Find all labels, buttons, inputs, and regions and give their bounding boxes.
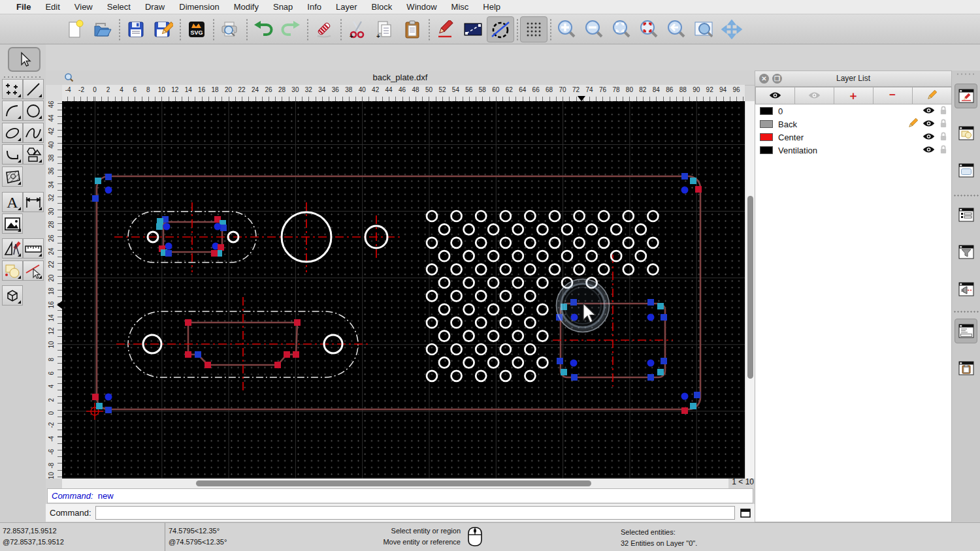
tool-line-button[interactable] <box>23 79 44 99</box>
tool-points-button[interactable] <box>2 79 23 99</box>
save-button[interactable] <box>122 16 150 42</box>
dock-clipboard-panel-button[interactable] <box>955 356 977 381</box>
tool-polygon-button[interactable] <box>23 144 44 165</box>
tool-arc-button[interactable] <box>2 101 23 121</box>
menu-snap[interactable]: Snap <box>266 0 300 14</box>
tool-polyline-button[interactable] <box>2 144 23 165</box>
layer-visible-eye-icon[interactable] <box>923 106 935 116</box>
layer-row-0[interactable]: 0 <box>755 104 951 118</box>
svg-export-button[interactable]: SVG <box>183 16 210 42</box>
dock-preview-panel-button[interactable] <box>955 158 977 183</box>
zoom-out-button[interactable] <box>581 16 608 42</box>
status-divider <box>165 523 165 551</box>
vertical-scrollbar[interactable] <box>745 101 755 479</box>
command-input[interactable] <box>95 506 735 520</box>
layer-row-ventilation[interactable]: Ventilation <box>755 144 951 157</box>
layer-edit-layer-button[interactable] <box>912 87 952 104</box>
dock-layer-list-panel-button[interactable] <box>955 202 977 227</box>
v-ruler-label: -8 <box>48 459 55 468</box>
dock-filter-panel-button[interactable] <box>955 240 977 264</box>
select-window-button[interactable] <box>459 16 487 42</box>
layer-visible-eye-icon[interactable] <box>923 146 935 155</box>
vertical-scrollbar-thumb[interactable] <box>747 196 753 379</box>
horizontal-scrollbar-thumb[interactable] <box>196 480 591 486</box>
tool-measure-button[interactable] <box>23 238 44 259</box>
tool-image-button[interactable] <box>2 213 23 234</box>
dock-block-panel-button[interactable] <box>955 121 977 146</box>
zoom-redraw-button[interactable] <box>636 16 663 42</box>
left-tool-rail: A <box>0 44 46 522</box>
tool-dimension-button[interactable] <box>23 192 44 212</box>
layer-edit-pencil-icon[interactable] <box>907 118 918 131</box>
zoom-auto-button[interactable] <box>608 16 636 42</box>
zoom-window-button[interactable] <box>691 16 718 42</box>
tool-spline-button[interactable] <box>23 123 44 143</box>
pen-button[interactable] <box>432 16 459 42</box>
menu-window[interactable]: Window <box>399 0 444 14</box>
layer-visible-eye-icon[interactable] <box>923 133 935 142</box>
undo-button[interactable] <box>250 16 277 42</box>
zoom-pan-button[interactable] <box>718 16 745 42</box>
h-ruler-label: 54 <box>452 86 459 93</box>
dock-drag-handle[interactable] <box>956 73 976 75</box>
h-ruler-cursor-marker <box>578 96 585 101</box>
layer-lock-icon[interactable] <box>939 131 947 143</box>
new-button[interactable] <box>61 16 89 42</box>
menu-view[interactable]: View <box>67 0 100 14</box>
menu-layer[interactable]: Layer <box>329 0 365 14</box>
copy-button[interactable]: + <box>371 16 399 42</box>
layer-remove-layer-button[interactable]: − <box>873 87 913 104</box>
zoom-in-button[interactable] <box>553 16 581 42</box>
menu-file[interactable]: File <box>9 0 38 14</box>
layer-visible-eye-icon[interactable] <box>923 119 935 129</box>
menu-block[interactable]: Block <box>365 0 400 14</box>
layer-add-layer-button[interactable]: ＋ <box>834 87 874 104</box>
layer-row-center[interactable]: Center <box>755 131 951 144</box>
tool-order-button[interactable] <box>2 260 23 281</box>
save-as-button[interactable] <box>150 16 177 42</box>
layer-show-all-eye-button[interactable] <box>755 87 795 104</box>
layer-hide-all-eye-button[interactable] <box>794 87 834 104</box>
layer-lock-icon[interactable] <box>939 118 947 130</box>
drawing-canvas[interactable] <box>62 101 745 479</box>
tool-cube-button[interactable] <box>2 285 23 306</box>
menu-info[interactable]: Info <box>300 0 329 14</box>
command-options-button[interactable] <box>739 507 752 519</box>
cut-button[interactable]: + <box>344 16 371 42</box>
paste-button[interactable] <box>399 16 426 42</box>
menu-edit[interactable]: Edit <box>38 0 67 14</box>
menu-help[interactable]: Help <box>476 0 508 14</box>
open-button[interactable] <box>89 16 116 42</box>
print-preview-button[interactable] <box>216 16 244 42</box>
command-prompt-row: Command: <box>46 504 755 522</box>
layer-lock-icon[interactable] <box>939 105 947 117</box>
tool-select-button[interactable] <box>23 260 44 281</box>
tool-modify-button[interactable] <box>2 238 23 259</box>
panel-float-icon[interactable]: ❐ <box>772 74 782 84</box>
tool-text-button[interactable]: A <box>2 192 23 212</box>
panel-close-icon[interactable]: ✕ <box>759 74 769 84</box>
tool-circle-button[interactable] <box>23 101 44 121</box>
v-ruler-label: 22 <box>48 259 55 268</box>
zoom-previous-button[interactable] <box>663 16 691 42</box>
dock-explode-panel-button[interactable] <box>955 277 977 302</box>
menu-modify[interactable]: Modify <box>227 0 266 14</box>
layer-lock-icon[interactable] <box>939 144 947 156</box>
horizontal-scrollbar[interactable] <box>62 479 728 488</box>
tool-hatch-button[interactable] <box>2 166 23 187</box>
menu-dimension[interactable]: Dimension <box>172 0 226 14</box>
menu-draw[interactable]: Draw <box>138 0 172 14</box>
menu-select[interactable]: Select <box>100 0 138 14</box>
selection-pointer-button[interactable] <box>8 47 41 72</box>
layer-list-panel-icon <box>958 206 975 223</box>
dock-pen-attributes-panel-button[interactable] <box>955 84 977 108</box>
redo-button[interactable] <box>277 16 304 42</box>
layer-list-title: Layer List <box>755 71 951 86</box>
grid-button[interactable] <box>520 16 547 42</box>
draw-order-button[interactable] <box>487 16 514 42</box>
dock-command-panel-button[interactable] <box>955 319 977 343</box>
delete-button[interactable] <box>310 16 338 42</box>
layer-row-back[interactable]: Back <box>755 118 951 131</box>
tool-ellipse-button[interactable] <box>2 123 23 143</box>
menu-misc[interactable]: Misc <box>444 0 476 14</box>
